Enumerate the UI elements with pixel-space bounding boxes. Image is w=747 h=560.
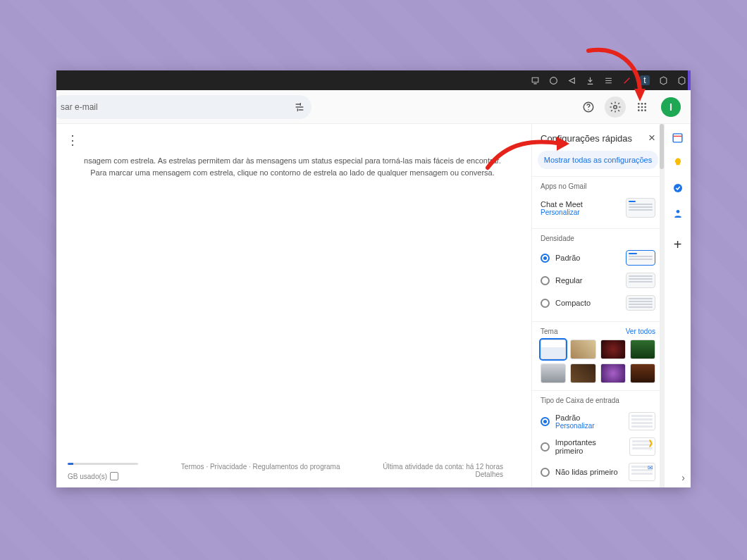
browser-tab-strip: t [56, 70, 691, 90]
ext-icon-cube1[interactable] [658, 75, 668, 85]
theme-section: Tema Ver todos [532, 321, 664, 390]
inbox-thumb-important: ❱ [629, 437, 655, 456]
ext-icon-red[interactable] [622, 75, 631, 85]
svg-point-15 [676, 210, 679, 213]
density-title: Densidade [541, 235, 655, 242]
storage-quota[interactable]: GB usado(s) [68, 463, 138, 480]
theme-tile[interactable] [541, 340, 566, 359]
radio-icon [541, 442, 550, 452]
quota-bar [68, 463, 138, 465]
theme-grid [541, 340, 655, 383]
footer: GB usado(s) Termos · Privacidade · Regul… [61, 459, 524, 487]
apps-thumbnail [626, 198, 655, 218]
apps-grid-icon[interactable] [631, 97, 653, 118]
svg-point-12 [644, 109, 646, 111]
close-icon[interactable]: × [648, 131, 655, 145]
theme-tile[interactable] [600, 340, 626, 359]
ext-icon-cube2[interactable] [677, 75, 686, 85]
theme-tile[interactable] [570, 340, 595, 359]
side-panel-rail: + › [664, 124, 691, 487]
svg-point-5 [641, 103, 643, 105]
inbox-default-customize[interactable]: Personalizar [555, 422, 595, 430]
empty-state-text: nsagem com estrela. As estrelas permitem… [61, 152, 524, 178]
keep-icon[interactable] [672, 156, 684, 169]
search-placeholder-text: sar e-mail [61, 102, 98, 112]
user-avatar[interactable]: I [661, 97, 681, 117]
inbox-type-section: Tipo de Caixa de entrada Padrão Personal… [532, 390, 664, 487]
theme-tile[interactable] [541, 363, 566, 383]
gmail-header: sar e-mail I [56, 90, 691, 124]
footer-policies[interactable]: Termos · Privacidade · Regulamentos do p… [138, 463, 383, 480]
contacts-icon[interactable] [672, 207, 684, 220]
theme-tile[interactable] [570, 363, 595, 383]
density-option-compact[interactable]: Compacto [541, 292, 655, 314]
density-thumb-compact [626, 295, 655, 311]
quick-settings-panel: Configurações rápidas × Mostrar todas as… [531, 124, 664, 487]
theme-tile[interactable] [630, 340, 655, 359]
open-external-icon[interactable] [110, 472, 118, 480]
svg-point-0 [550, 77, 557, 84]
ext-icon-2[interactable] [548, 75, 558, 85]
calendar-icon[interactable] [672, 131, 684, 144]
last-activity: Última atividade da conta: há 12 horas [383, 463, 503, 471]
density-option-regular[interactable]: Regular [541, 269, 655, 292]
inbox-option-important[interactable]: Importantes primeiro ❱ [541, 434, 655, 459]
inbox-option-starred[interactable]: Com estrela primeiro ★ [541, 485, 655, 487]
apps-section: Apps no Gmail Chat e Meet Personalizar [532, 176, 664, 228]
inbox-thumb-unread: ✉ [629, 463, 655, 481]
apps-section-title: Apps no Gmail [541, 182, 655, 190]
ext-icon-lines[interactable] [603, 75, 613, 85]
collapse-rail-icon[interactable]: › [681, 472, 685, 483]
quota-text: GB usado(s) [68, 473, 107, 480]
search-input[interactable]: sar e-mail [56, 95, 311, 119]
svg-point-11 [641, 109, 643, 111]
inbox-option-unread[interactable]: Não lidas primeiro ✉ [541, 459, 655, 485]
radio-icon [541, 299, 550, 308]
radio-icon [541, 468, 550, 477]
chat-meet-customize-link[interactable]: Personalizar [541, 209, 583, 216]
svg-point-9 [644, 106, 646, 108]
search-options-icon[interactable] [289, 97, 310, 118]
svg-point-6 [644, 103, 646, 105]
radio-icon [541, 276, 550, 285]
svg-point-7 [638, 106, 640, 108]
density-option-default[interactable]: Padrão [541, 247, 655, 269]
svg-point-10 [638, 109, 640, 111]
main-content: ⋮ nsagem com estrela. As estrelas permit… [56, 124, 531, 487]
svg-point-3 [614, 105, 617, 108]
radio-icon [541, 254, 550, 263]
ext-icon-download[interactable] [585, 75, 595, 85]
density-section: Densidade Padrão Regular Compacto [532, 228, 664, 321]
settings-panel-header: Configurações rápidas × [532, 124, 664, 151]
ext-icon-3[interactable] [567, 75, 576, 85]
chat-meet-label: Chat e Meet [541, 200, 583, 209]
show-all-settings-button[interactable]: Mostrar todas as configurações [538, 151, 658, 169]
theme-tile[interactable] [630, 363, 655, 383]
svg-point-4 [638, 103, 640, 105]
important-marker-icon: ❱ [648, 439, 653, 447]
ext-icon-tumblr[interactable]: t [640, 75, 650, 85]
theme-tile[interactable] [600, 363, 626, 383]
theme-title: Tema [541, 328, 557, 335]
theme-see-all-link[interactable]: Ver todos [626, 328, 655, 335]
window-accent-edge [688, 70, 691, 90]
browser-window: t sar e-mail I ⋮ ns [56, 70, 691, 487]
inbox-thumb-default [629, 412, 655, 430]
radio-icon [541, 417, 550, 426]
settings-gear-icon[interactable] [605, 97, 626, 118]
tasks-icon[interactable] [672, 182, 684, 194]
get-addons-icon[interactable]: + [674, 237, 682, 253]
details-link[interactable]: Detalhes [383, 471, 503, 478]
density-thumb-default [626, 250, 655, 266]
svg-point-8 [641, 106, 643, 108]
inbox-option-default[interactable]: Padrão Personalizar [541, 409, 655, 434]
more-menu-icon[interactable]: ⋮ [61, 132, 524, 152]
settings-title: Configurações rápidas [541, 133, 632, 144]
app-body: ⋮ nsagem com estrela. As estrelas permit… [56, 124, 691, 487]
density-thumb-regular [626, 273, 655, 288]
envelope-icon: ✉ [648, 464, 653, 471]
ext-icon-1[interactable] [530, 75, 540, 85]
svg-rect-13 [673, 133, 682, 142]
avatar-initial: I [669, 101, 672, 113]
help-icon[interactable] [578, 97, 599, 118]
